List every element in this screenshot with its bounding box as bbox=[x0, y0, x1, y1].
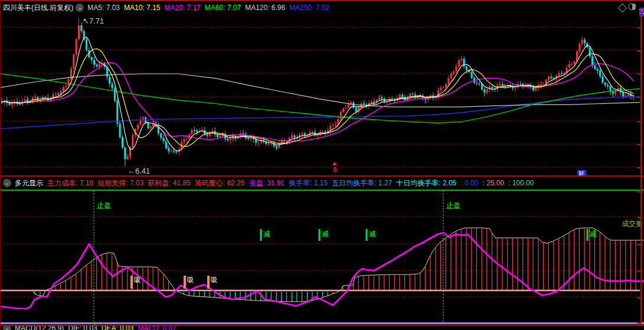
axis-tick bbox=[637, 297, 641, 298]
ma-value: MA20: 7.17 bbox=[164, 4, 200, 12]
axis-tick bbox=[637, 27, 641, 28]
ma-value: MA60: 7.07 bbox=[205, 4, 241, 12]
svg-text:减: 减 bbox=[263, 230, 270, 238]
main-candlestick-chart[interactable]: ↖7.71←6.41S财 bbox=[1, 14, 644, 175]
volume-label: 成交量 bbox=[622, 220, 643, 228]
svg-text:止盈: 止盈 bbox=[97, 201, 111, 210]
svg-text:减: 减 bbox=[369, 230, 376, 238]
trading-terminal-window: 四川美丰(日线.前复权) ⌄ MA5: 7.03MA10: 7.15MA20: … bbox=[0, 0, 644, 330]
price-axis-line[interactable] bbox=[640, 8, 642, 325]
macd-field: MACD(12,26,9) bbox=[15, 326, 64, 330]
svg-text:减: 减 bbox=[322, 230, 329, 238]
svg-text:吸: 吸 bbox=[211, 276, 218, 284]
chevron-down-icon[interactable]: ⌄ bbox=[3, 326, 11, 330]
ma-value: MA250: 7.02 bbox=[289, 4, 329, 12]
indicator-status-bar: ⌄ 多元显示主力成本: 7.18短期支撑: 7.03获利盘: 41.85筹码重心… bbox=[1, 175, 644, 191]
indicator-field: 主力成本: 7.18 bbox=[47, 179, 93, 187]
svg-text:吸: 吸 bbox=[134, 276, 141, 284]
panel-bottom-line bbox=[1, 322, 644, 324]
indicator-fields-row: 多元显示主力成本: 7.18短期支撑: 7.03获利盘: 41.85筹码重心: … bbox=[15, 178, 538, 188]
axis-tick bbox=[637, 121, 641, 122]
indicator-field: 筹码重心: 62.25 bbox=[195, 179, 245, 187]
macd-field: MACD: 0.07 bbox=[138, 326, 176, 330]
ma-values-row: MA5: 7.03MA10: 7.15MA20: 7.17MA60: 7.07M… bbox=[87, 4, 334, 12]
macd-values-row: MACD(12,26,9)DIF: 0.03DEA: 0.03MACD: 0.0… bbox=[15, 326, 181, 330]
indicator-field: : 25.00 bbox=[482, 179, 504, 187]
axis-tick bbox=[637, 73, 641, 74]
ma-value: MA120: 6.96 bbox=[245, 4, 285, 12]
indicator-field: : 0.00 bbox=[460, 179, 478, 187]
gridline-cross-dot bbox=[93, 322, 95, 324]
axis-tick bbox=[637, 167, 641, 168]
indicator-field: 换手率: 1.15 bbox=[289, 179, 328, 187]
axis-tick bbox=[637, 217, 641, 218]
axis-tick bbox=[637, 191, 641, 192]
axis-tick bbox=[637, 97, 641, 98]
indicator-field: 多元显示 bbox=[15, 179, 43, 187]
macd-field: DEA: 0.03 bbox=[102, 326, 134, 330]
split-view-icon[interactable] bbox=[629, 4, 636, 10]
indicator-field: 五日均换手率: 1.27 bbox=[332, 179, 392, 187]
axis-tick bbox=[637, 144, 641, 145]
ma-value: MA5: 7.03 bbox=[87, 4, 120, 12]
title-bar: 四川美丰(日线.前复权) ⌄ MA5: 7.03MA10: 7.15MA20: … bbox=[1, 0, 644, 14]
axis-tick bbox=[637, 244, 641, 245]
svg-text:财: 财 bbox=[578, 171, 584, 176]
svg-text:←6.41: ←6.41 bbox=[128, 166, 150, 175]
svg-text:减: 减 bbox=[590, 230, 597, 238]
svg-text:止盈: 止盈 bbox=[446, 201, 460, 210]
macd-field: DIF: 0.03 bbox=[68, 326, 97, 330]
axis-tick bbox=[637, 322, 641, 324]
svg-text:S: S bbox=[333, 166, 337, 173]
indicator-field: : 100.00 bbox=[508, 179, 534, 187]
stock-title: 四川美丰(日线.前复权) bbox=[3, 3, 73, 13]
chevron-down-icon[interactable]: ⌄ bbox=[3, 179, 11, 187]
axis-tick bbox=[637, 50, 641, 51]
indicator-field: 变盘: 31.91 bbox=[249, 179, 285, 187]
indicator-field: 获利盘: 41.85 bbox=[148, 179, 191, 187]
indicator-field: 十日均换手率: 2.05 bbox=[396, 179, 456, 187]
indicator-field: 短期支撑: 7.03 bbox=[97, 179, 143, 187]
macd-bar: ⌄ MACD(12,26,9)DIF: 0.03DEA: 0.03MACD: 0… bbox=[1, 326, 644, 330]
ma-value: MA10: 7.15 bbox=[124, 4, 160, 12]
chevron-down-icon[interactable]: ⌄ bbox=[76, 4, 84, 12]
svg-text:吸: 吸 bbox=[187, 276, 194, 284]
svg-text:↖7.71: ↖7.71 bbox=[83, 17, 104, 25]
axis-tick bbox=[637, 270, 641, 272]
indicator-panel-chart[interactable]: 止盈止盈减减减减吸吸吸成交量 bbox=[1, 191, 644, 322]
